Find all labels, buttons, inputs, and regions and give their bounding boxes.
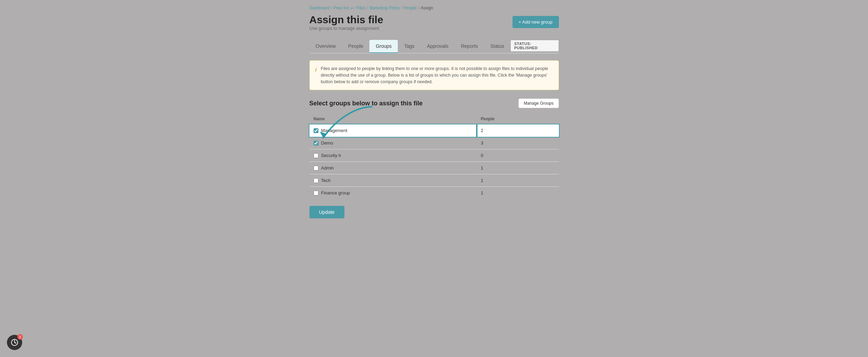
tab-reports[interactable]: Reports: [455, 40, 484, 53]
notification-badge: 4: [17, 334, 23, 340]
table-row: Finance group1: [309, 187, 559, 199]
group-people-count: 1: [477, 162, 559, 174]
group-checkbox-label[interactable]: Tech: [314, 178, 473, 183]
group-name-cell: Finance group: [309, 187, 477, 199]
tab-approvals[interactable]: Approvals: [421, 40, 455, 53]
tab-status[interactable]: Status: [484, 40, 510, 53]
svg-line-3: [15, 342, 16, 343]
group-name: Demo: [321, 140, 333, 146]
table-container: Name People Management2Demo3Security h0A…: [309, 114, 559, 199]
group-checkbox-label[interactable]: Demo: [314, 140, 473, 146]
group-name-cell: Admin: [309, 162, 477, 174]
tabs-row: Overview People Groups Tags Approvals Re…: [309, 40, 559, 53]
table-row: Tech1: [309, 174, 559, 187]
add-new-group-button[interactable]: + Add new group: [512, 16, 559, 28]
group-name: Finance group: [321, 190, 350, 195]
chevron-down-icon: ▾: [351, 6, 353, 10]
tab-overview[interactable]: Overview: [309, 40, 342, 53]
update-button[interactable]: Update: [309, 206, 344, 218]
col-people: People: [477, 114, 559, 124]
breadcrumb: Dashboard / Pear Inc. ▾ / Files / Market…: [309, 3, 559, 14]
group-name-cell: Tech: [309, 174, 477, 187]
page-header: Assign this file Use groups to manage as…: [309, 14, 559, 38]
breadcrumb-policy[interactable]: Marketing Policy: [369, 6, 400, 10]
group-checkbox-label[interactable]: Finance group: [314, 190, 473, 195]
tabs: Overview People Groups Tags Approvals Re…: [309, 40, 510, 53]
table-row: Admin1: [309, 162, 559, 174]
page-title: Assign this file: [309, 14, 383, 26]
group-people-count: 1: [477, 174, 559, 187]
section-title: Select groups below to assign this file: [309, 100, 423, 107]
page-subtitle: Use groups to manage assignment: [309, 26, 383, 31]
group-name-cell: Management: [309, 124, 477, 137]
notification-circle[interactable]: 4: [7, 335, 22, 350]
info-text: Files are assigned to people by linking …: [321, 66, 553, 85]
clock-icon: [11, 339, 18, 346]
info-box: i Files are assigned to people by linkin…: [309, 60, 559, 90]
tab-people[interactable]: People: [342, 40, 370, 53]
group-name: Tech: [321, 178, 331, 183]
group-people-count: 0: [477, 149, 559, 162]
groups-table: Name People Management2Demo3Security h0A…: [309, 114, 559, 199]
group-checkbox-label[interactable]: Management: [314, 128, 473, 133]
tab-groups[interactable]: Groups: [369, 40, 398, 53]
group-people-count: 3: [477, 137, 559, 149]
breadcrumb-files[interactable]: Files: [357, 6, 365, 10]
table-row: Security h0: [309, 149, 559, 162]
col-name: Name: [309, 114, 477, 124]
checkbox-demo[interactable]: [314, 141, 318, 146]
tab-tags[interactable]: Tags: [398, 40, 421, 53]
table-row: Demo3: [309, 137, 559, 149]
info-icon: i: [315, 66, 317, 85]
group-name-cell: Demo: [309, 137, 477, 149]
group-name: Security h: [321, 153, 341, 158]
checkbox-admin[interactable]: [314, 166, 318, 171]
checkbox-security[interactable]: [314, 153, 318, 158]
breadcrumb-company[interactable]: Pear Inc. ▾: [334, 6, 353, 10]
group-people-count: 2: [477, 124, 559, 137]
checkbox-management[interactable]: [314, 128, 318, 133]
status-badge: STATUS: PUBLISHED: [510, 40, 559, 52]
group-name-cell: Security h: [309, 149, 477, 162]
manage-groups-button[interactable]: Manage Groups: [518, 98, 559, 108]
breadcrumb-people[interactable]: People: [404, 6, 417, 10]
checkbox-finance[interactable]: [314, 191, 318, 195]
group-name: Management: [321, 128, 348, 133]
group-people-count: 1: [477, 187, 559, 199]
breadcrumb-dashboard[interactable]: Dashboard: [309, 6, 330, 10]
group-name: Admin: [321, 165, 334, 171]
group-checkbox-label[interactable]: Admin: [314, 165, 473, 171]
section-header: Select groups below to assign this file …: [309, 98, 559, 108]
breadcrumb-current: Assign: [421, 6, 433, 10]
table-row: Management2: [309, 124, 559, 137]
checkbox-tech[interactable]: [314, 178, 318, 183]
group-checkbox-label[interactable]: Security h: [314, 153, 473, 158]
